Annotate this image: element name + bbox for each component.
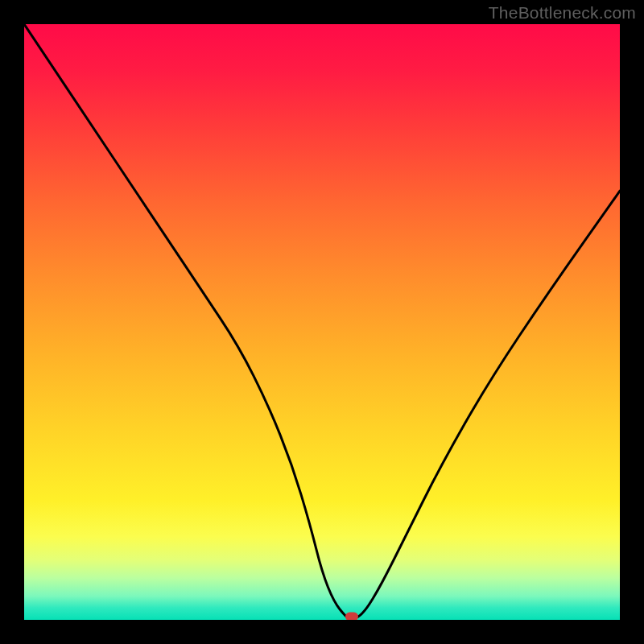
plot-area [24, 24, 620, 620]
optimum-marker [345, 613, 358, 620]
curve-svg [24, 24, 620, 620]
bottleneck-curve-path [24, 24, 620, 619]
attribution-text: TheBottleneck.com [489, 3, 636, 23]
chart-frame: TheBottleneck.com [0, 0, 644, 644]
